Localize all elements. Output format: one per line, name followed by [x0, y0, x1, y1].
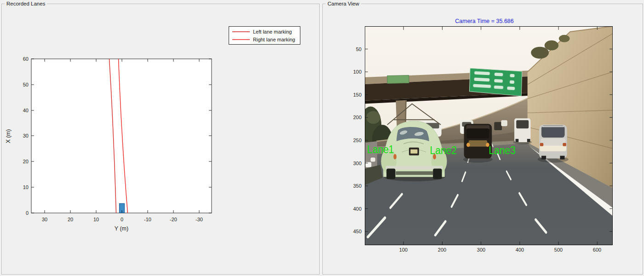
- svg-text:10: 10: [93, 217, 99, 222]
- camera-time-title: Camera Time = 35.686: [434, 18, 535, 24]
- lane1-label: Lane1: [367, 143, 394, 155]
- svg-text:30: 30: [42, 217, 47, 222]
- camera-y-tick: 450: [345, 228, 362, 235]
- camera-x-tick: 400: [511, 247, 529, 253]
- camera-y-tick: 300: [345, 160, 362, 167]
- svg-text:30: 30: [23, 133, 29, 138]
- sedan-car: [538, 125, 569, 162]
- svg-text:10: 10: [23, 184, 29, 190]
- plot-y-tick-labels: 0 10 20 30 40 50 60: [23, 56, 29, 216]
- camera-y-tick: 250: [345, 137, 362, 144]
- svg-text:20: 20: [23, 159, 29, 164]
- plot-xlabel: Y (m): [115, 225, 128, 232]
- plot-axes-box: [31, 59, 212, 213]
- plot-ylabel: X (m): [5, 129, 12, 144]
- svg-text:0: 0: [121, 217, 123, 222]
- lane3-label: Lane3: [489, 144, 516, 156]
- camera-x-tick: 200: [433, 247, 451, 253]
- svg-text:-10: -10: [144, 217, 151, 222]
- svg-text:40: 40: [23, 108, 29, 113]
- van-car: [513, 118, 532, 144]
- ego-vehicle-marker: [120, 204, 125, 213]
- suv-car: [463, 124, 493, 162]
- legend-entry-left-lane: Left lane marking: [229, 29, 300, 35]
- plot-legend: Left lane marking Right lane marking: [229, 26, 300, 45]
- svg-text:60: 60: [23, 56, 29, 62]
- camera-frame-image: Lane1 Lane2 Lane3: [365, 26, 613, 245]
- svg-text:-30: -30: [196, 217, 203, 222]
- camera-x-tick: 500: [549, 247, 568, 253]
- small-bridge-sign: [387, 75, 409, 84]
- svg-text:20: 20: [68, 217, 73, 222]
- camera-y-tick: 350: [345, 183, 362, 189]
- lane2-label: Lane2: [430, 144, 457, 156]
- camera-y-tick: 100: [345, 69, 362, 75]
- camera-y-tick: 50: [345, 46, 362, 52]
- camera-x-tick: 600: [588, 247, 606, 253]
- camera-x-tick: 300: [472, 247, 490, 253]
- legend-line-sample-right: [232, 39, 250, 40]
- legend-label-left-lane: Left lane marking: [253, 29, 292, 34]
- svg-text:-20: -20: [170, 217, 177, 222]
- legend-line-sample-left: [232, 31, 250, 33]
- recorded-lanes-panel-title: Recorded Lanes: [5, 0, 47, 7]
- camera-y-tick: 200: [345, 114, 362, 121]
- highway-guide-sign: [469, 68, 522, 96]
- camera-view-panel-title: Camera View: [326, 0, 361, 7]
- svg-text:50: 50: [23, 82, 29, 87]
- camera-x-tick: 100: [394, 247, 413, 253]
- lane-detection-labels: Lane1 Lane2 Lane3: [367, 143, 516, 156]
- camera-y-tick: 400: [345, 206, 362, 212]
- legend-entry-right-lane: Right lane marking: [229, 36, 300, 43]
- figure-window: Recorded Lanes 30 20 10 0: [0, 0, 644, 276]
- svg-text:0: 0: [26, 210, 29, 216]
- plot-x-tick-labels: 30 20 10 0 -10 -20 -30: [42, 217, 203, 222]
- legend-label-right-lane: Right lane marking: [253, 37, 295, 42]
- camera-y-tick: 150: [345, 92, 362, 98]
